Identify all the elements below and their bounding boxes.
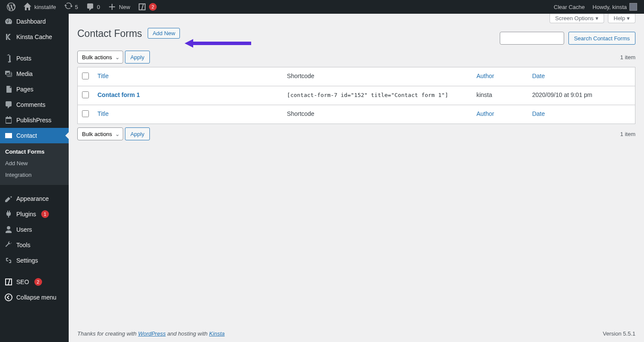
sidebar-item-tools[interactable]: Tools: [0, 237, 69, 253]
media-icon: [4, 70, 13, 78]
yoast-item[interactable]: 2: [134, 0, 160, 14]
select-all-bottom[interactable]: [82, 110, 89, 117]
page-title: Contact Forms: [77, 27, 142, 40]
home-icon: [23, 3, 32, 11]
sidebar-item-label: Media: [16, 70, 33, 77]
sidebar-item-users[interactable]: Users: [0, 222, 69, 237]
sidebar-item-label: Dashboard: [16, 18, 46, 25]
sidebar-item-label: Contact: [16, 132, 37, 139]
sidebar-item-contact[interactable]: Contact: [0, 128, 69, 143]
row-author: kinsta: [477, 91, 492, 98]
comments-icon: [4, 100, 13, 109]
sidebar-item-label: SEO: [16, 278, 29, 285]
comment-icon: [86, 3, 94, 11]
sidebar-item-pages[interactable]: Pages: [0, 82, 69, 97]
column-date-foot[interactable]: Date: [532, 110, 545, 117]
bulk-actions-bottom[interactable]: Bulk actions: [77, 127, 123, 140]
sidebar-item-label: Tools: [16, 242, 30, 248]
new-content[interactable]: New: [104, 0, 134, 14]
svg-marker-1: [185, 39, 251, 48]
column-date[interactable]: Date: [532, 73, 545, 79]
sidebar-item-collapse[interactable]: Collapse menu: [0, 290, 69, 305]
svg-point-0: [5, 294, 12, 301]
select-all-top[interactable]: [82, 73, 89, 79]
wp-logo[interactable]: [3, 0, 19, 14]
version-text: Version 5.5.1: [603, 330, 635, 337]
kinsta-icon: [4, 33, 13, 41]
site-name-label: kinstalife: [34, 4, 56, 10]
sidebar-item-label: PublishPress: [16, 117, 52, 124]
dashboard-icon: [4, 17, 13, 26]
row-title-link[interactable]: Contact form 1: [97, 91, 140, 98]
search-button[interactable]: Search Contact Forms: [568, 32, 635, 45]
column-shortcode-foot: Shortcode: [287, 110, 314, 117]
settings-icon: [4, 256, 13, 265]
sidebar-item-plugins[interactable]: Plugins 1: [0, 206, 69, 222]
chevron-down-icon: ▾: [595, 15, 598, 21]
collapse-icon: [4, 293, 13, 302]
apply-button-top[interactable]: Apply: [125, 51, 150, 64]
sidebar-item-label: Comments: [16, 101, 46, 108]
sidebar-item-settings[interactable]: Settings: [0, 253, 69, 268]
my-account[interactable]: Howdy, kinsta: [589, 0, 641, 14]
howdy-label: Howdy, kinsta: [592, 4, 627, 10]
row-date: 2020/09/10 at 9:01 pm: [532, 91, 592, 98]
sidebar-item-label: Settings: [16, 257, 38, 264]
submenu-contact-forms[interactable]: Contact Forms: [0, 146, 69, 157]
column-title[interactable]: Title: [97, 73, 109, 79]
calendar-icon: [4, 116, 13, 124]
items-count-bottom: 1 item: [620, 131, 635, 137]
sidebar-item-kinsta-cache[interactable]: Kinsta Cache: [0, 29, 69, 45]
sidebar-item-label: Kinsta Cache: [16, 33, 52, 40]
sidebar-item-publishpress[interactable]: PublishPress: [0, 112, 69, 128]
sidebar-item-seo[interactable]: SEO 2: [0, 274, 69, 290]
help-button[interactable]: Help ▾: [608, 14, 635, 23]
sidebar-item-label: Plugins: [16, 211, 36, 218]
submenu-add-new[interactable]: Add New: [0, 157, 69, 169]
column-shortcode: Shortcode: [287, 73, 314, 79]
site-name[interactable]: kinstalife: [20, 0, 60, 14]
sidebar-item-label: Users: [16, 226, 32, 233]
comments-count: 0: [97, 4, 100, 10]
submenu-integration[interactable]: Integration: [0, 169, 69, 181]
footer-text: Thanks for creating with WordPress and h…: [77, 330, 225, 337]
sidebar-item-label: Collapse menu: [16, 294, 56, 301]
updates-item[interactable]: 5: [61, 0, 82, 14]
items-count-top: 1 item: [620, 54, 635, 61]
pages-icon: [4, 85, 13, 94]
screen-options-button[interactable]: Screen Options ▾: [550, 14, 604, 23]
sidebar-item-appearance[interactable]: Appearance: [0, 191, 69, 206]
column-author[interactable]: Author: [477, 73, 494, 79]
column-title-foot[interactable]: Title: [97, 110, 109, 117]
plugins-badge: 1: [41, 210, 49, 218]
row-shortcode: [contact-form-7 id="152" title="Contact …: [287, 92, 448, 98]
sidebar-item-posts[interactable]: Posts: [0, 51, 69, 66]
yoast-icon: [138, 3, 146, 11]
updates-count: 5: [75, 4, 78, 10]
new-label: New: [119, 4, 130, 10]
column-author-foot[interactable]: Author: [477, 110, 494, 117]
plugins-icon: [4, 210, 13, 218]
clear-cache[interactable]: Clear Cache: [550, 0, 588, 14]
seo-badge: 2: [34, 278, 42, 286]
avatar: [629, 3, 637, 11]
comments-item[interactable]: 0: [82, 0, 103, 14]
sidebar-item-comments[interactable]: Comments: [0, 97, 69, 112]
clear-cache-label: Clear Cache: [554, 4, 585, 10]
wordpress-link[interactable]: WordPress: [138, 330, 166, 337]
mail-icon: [4, 131, 13, 140]
add-new-button[interactable]: Add New: [148, 28, 180, 39]
tools-icon: [4, 241, 13, 249]
apply-button-bottom[interactable]: Apply: [125, 127, 150, 140]
seo-icon: [4, 278, 13, 286]
bulk-actions-top[interactable]: Bulk actions: [77, 51, 123, 64]
update-icon: [64, 3, 73, 11]
search-input[interactable]: [500, 32, 564, 45]
sidebar-item-dashboard[interactable]: Dashboard: [0, 14, 69, 29]
kinsta-link[interactable]: Kinsta: [209, 330, 225, 337]
users-icon: [4, 225, 13, 234]
wordpress-icon: [7, 3, 15, 11]
contact-submenu: Contact Forms Add New Integration: [0, 143, 69, 185]
sidebar-item-media[interactable]: Media: [0, 66, 69, 82]
row-checkbox[interactable]: [82, 91, 89, 98]
